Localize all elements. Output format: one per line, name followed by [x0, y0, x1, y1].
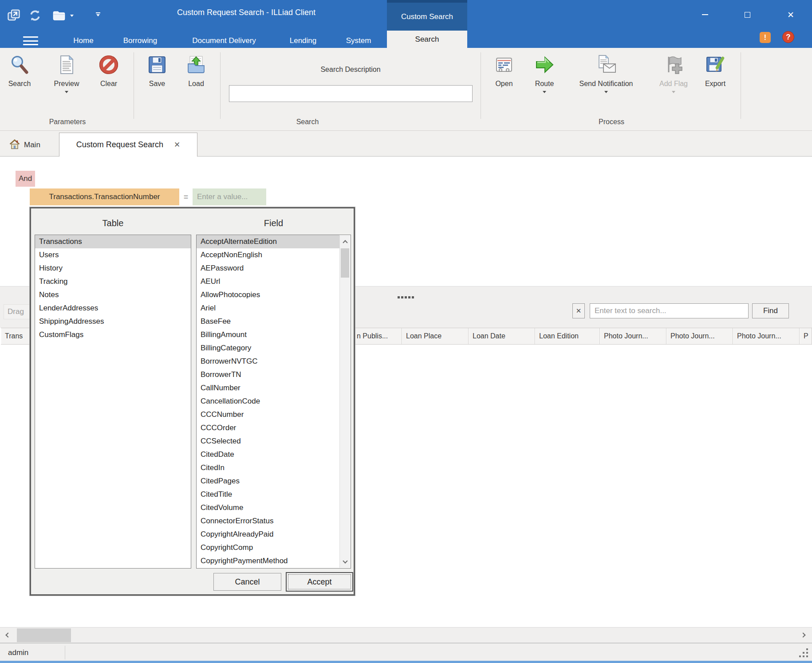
field-list-item[interactable]: BaseFee	[197, 315, 339, 328]
field-list-item[interactable]: CallNumber	[197, 381, 339, 395]
scroll-down-button[interactable]	[340, 556, 350, 568]
field-list-item[interactable]: AcceptAlternateEdition	[197, 235, 339, 248]
query-field-chip[interactable]: Transactions.TransactionNumber	[30, 188, 179, 205]
table-list-item[interactable]: History	[35, 262, 191, 275]
contextual-tab-custom-search[interactable]: Custom Search	[387, 3, 467, 31]
export-button[interactable]: Export	[695, 51, 735, 117]
field-list-item[interactable]: BorrowerNVTGC	[197, 355, 339, 368]
grid-find-button[interactable]: Find	[752, 303, 789, 318]
grid-column-header[interactable]: Photo Journ...	[733, 328, 800, 344]
route-button[interactable]: Route	[525, 51, 564, 117]
folder-dropdown-caret-icon[interactable]	[70, 15, 74, 17]
field-list-item[interactable]: CopyrightAlreadyPaid	[197, 528, 339, 541]
field-list-item[interactable]: AEPassword	[197, 262, 339, 275]
field-list-item[interactable]: AEUrl	[197, 275, 339, 288]
field-list-item[interactable]: Ariel	[197, 302, 339, 315]
ribbon-tab-home[interactable]: Home	[66, 34, 101, 48]
grid-column-header[interactable]: Loan Date	[469, 328, 535, 344]
field-list-item[interactable]: CancellationCode	[197, 395, 339, 408]
field-list-item[interactable]: CCCOrder	[197, 421, 339, 435]
clear-button[interactable]: Clear	[90, 51, 128, 117]
query-group-operator-chip[interactable]: And	[16, 171, 35, 187]
grid-search-input[interactable]	[590, 303, 749, 318]
field-list-item[interactable]: BorrowerTN	[197, 368, 339, 381]
about-info-icon[interactable]: !	[760, 32, 771, 43]
field-list-item[interactable]: CCSelected	[197, 435, 339, 448]
save-button[interactable]: Save	[138, 51, 176, 117]
field-list-item[interactable]: BillingCategory	[197, 341, 339, 355]
refresh-icon[interactable]	[28, 8, 43, 23]
help-question-icon[interactable]: ?	[782, 31, 794, 43]
horizontal-scrollbar[interactable]	[0, 627, 812, 643]
open-button[interactable]: Open	[485, 51, 523, 117]
grid-column-header[interactable]: Loan Edition	[535, 328, 600, 344]
load-button[interactable]: Load	[177, 51, 215, 117]
scrollbar-thumb[interactable]	[341, 248, 349, 278]
app-window-icon[interactable]	[6, 8, 21, 23]
grid-column-header[interactable]: P	[800, 328, 812, 344]
maximize-button[interactable]	[738, 7, 756, 22]
scroll-right-button[interactable]	[798, 628, 810, 643]
ribbon-tab-system[interactable]: System	[341, 34, 376, 48]
field-list-item[interactable]: CopyrightPaymentMethod	[197, 554, 339, 568]
field-list-item[interactable]: CitedPages	[197, 475, 339, 488]
horizontal-scrollbar-thumb[interactable]	[17, 628, 71, 642]
search-description-input[interactable]	[229, 85, 473, 102]
ribbon-separator	[220, 52, 221, 119]
grid-column-header[interactable]: n Publis...	[353, 328, 402, 344]
table-list-item[interactable]: Transactions	[35, 235, 191, 248]
field-list-item[interactable]: CCCNumber	[197, 408, 339, 421]
tab-custom-request-search[interactable]: Custom Request Search ✕	[59, 133, 197, 157]
query-value-placeholder[interactable]: Enter a value...	[193, 188, 266, 205]
preview-button[interactable]: Preview	[47, 51, 86, 117]
accept-button[interactable]: Accept	[286, 572, 353, 592]
field-list-item[interactable]: CitedDate	[197, 448, 339, 461]
add-flag-button-disabled: Add Flag	[652, 51, 695, 117]
resize-grip-icon[interactable]	[799, 648, 808, 658]
send-notification-dropdown-caret-icon[interactable]	[604, 91, 608, 93]
send-notification-button[interactable]: Send Notification	[568, 51, 644, 117]
field-list-item[interactable]: BillingAmount	[197, 328, 339, 341]
table-listbox[interactable]: TransactionsUsersHistoryTrackingNotesLen…	[35, 235, 191, 569]
table-list-item[interactable]: Tracking	[35, 275, 191, 288]
tab-main[interactable]: Main	[6, 134, 51, 156]
ribbon-tab-borrowing[interactable]: Borrowing	[117, 34, 163, 48]
grid-column-header[interactable]: Photo Journ...	[666, 328, 733, 344]
tab-close-icon[interactable]: ✕	[174, 140, 180, 149]
ribbon-tab-document-delivery[interactable]: Document Delivery	[185, 34, 263, 48]
cancel-button[interactable]: Cancel	[213, 573, 281, 591]
table-list-item[interactable]: LenderAddresses	[35, 302, 191, 315]
field-list-item[interactable]: CitedIn	[197, 461, 339, 475]
folder-open-icon[interactable]	[51, 8, 67, 23]
query-operator[interactable]: =	[179, 188, 193, 205]
ribbon-tab-lending[interactable]: Lending	[286, 34, 320, 48]
field-list-scrollbar[interactable]	[339, 235, 350, 568]
field-list-item[interactable]: CitedTitle	[197, 488, 339, 501]
search-button[interactable]: Search	[0, 51, 39, 117]
preview-dropdown-caret-icon[interactable]	[65, 91, 68, 93]
close-button[interactable]: ✕	[782, 7, 800, 22]
field-listbox[interactable]: AcceptAlternateEditionAcceptNonEnglishAE…	[196, 235, 351, 569]
customize-toolbar-caret-icon[interactable]	[96, 12, 100, 16]
grid-search-clear-button[interactable]: ✕	[572, 303, 585, 318]
field-list-item[interactable]: CopyrightComp	[197, 541, 339, 554]
grid-column-header[interactable]: Loan Place	[402, 328, 469, 344]
table-list-item[interactable]: Users	[35, 248, 191, 262]
table-list-item[interactable]: ShippingAddresses	[35, 315, 191, 328]
route-dropdown-caret-icon[interactable]	[543, 91, 546, 93]
table-list-item[interactable]: Notes	[35, 288, 191, 302]
hamburger-menu-icon[interactable]	[23, 36, 38, 45]
field-list-item[interactable]: AcceptNonEnglish	[197, 248, 339, 262]
field-list-item[interactable]: ConnectorErrorStatus	[197, 514, 339, 528]
ribbon-tab-search-active[interactable]: Search	[387, 31, 467, 48]
field-list-item[interactable]: AllowPhotocopies	[197, 288, 339, 302]
clear-prohibition-icon	[98, 54, 119, 75]
minimize-button[interactable]	[696, 7, 714, 22]
splitter-handle[interactable]	[398, 296, 415, 298]
clear-button-label: Clear	[100, 80, 117, 88]
scroll-left-button[interactable]	[1, 628, 13, 643]
table-list-item[interactable]: CustomFlags	[35, 328, 191, 341]
field-list-item[interactable]: CitedVolume	[197, 501, 339, 514]
grid-column-header[interactable]: Photo Journ...	[600, 328, 666, 344]
scroll-up-button[interactable]	[340, 235, 350, 247]
